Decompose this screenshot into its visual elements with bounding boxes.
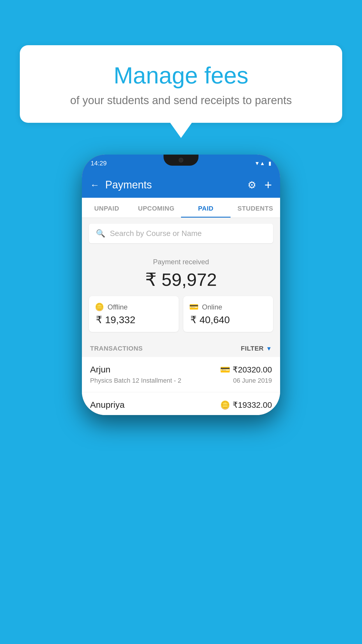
table-row[interactable]: Arjun 💳 ₹20320.00 Physics Batch 12 Insta… [82, 357, 280, 392]
search-container: 🔍 Search by Course or Name [82, 218, 280, 249]
offline-amount: ₹ 19,332 [95, 314, 135, 326]
bubble-title: Manage fees [37, 63, 325, 88]
offline-icon: 🪙 [95, 302, 104, 312]
wifi-icon: ▼▲ [254, 160, 265, 167]
filter-label: FILTER [241, 345, 263, 352]
transaction-row-bottom: Physics Batch 12 Installment - 2 06 June… [90, 377, 272, 384]
tab-paid[interactable]: PAID [181, 198, 231, 218]
transaction-row-top: Arjun 💳 ₹20320.00 [90, 365, 272, 374]
tab-upcoming[interactable]: UPCOMING [131, 198, 181, 218]
transaction-name: Anupriya [90, 400, 124, 410]
online-card: 💳 Online ₹ 40,640 [183, 296, 273, 332]
transactions-label: TRANSACTIONS [90, 345, 143, 352]
status-time: 14:29 [91, 160, 107, 167]
add-button[interactable]: + [264, 178, 272, 192]
transaction-course: Physics Batch 12 Installment - 2 [90, 377, 181, 384]
transaction-date: 06 June 2019 [233, 377, 272, 384]
search-input[interactable]: Search by Course or Name [110, 229, 202, 238]
bubble-subtitle: of your students and send receipts to pa… [37, 94, 325, 107]
camera [179, 158, 183, 162]
status-icons: ▼▲ ▮ [254, 160, 271, 167]
phone-wrapper: 14:29 ▼▲ ▮ ← Payments ⚙ + UNPAID UPCOMIN… [82, 155, 280, 415]
filter-button[interactable]: FILTER ▼ [241, 345, 272, 352]
status-bar: 14:29 ▼▲ ▮ [82, 155, 280, 172]
payment-total: ₹ 59,972 [89, 269, 273, 290]
tabs-bar: UNPAID UPCOMING PAID STUDENTS [82, 198, 280, 218]
page-title: Payments [105, 179, 242, 191]
transaction-row-top: Anupriya 🪙 ₹19332.00 [90, 400, 272, 410]
tab-students[interactable]: STUDENTS [231, 198, 280, 218]
offline-card-header: 🪙 Offline [95, 302, 128, 312]
search-box[interactable]: 🔍 Search by Course or Name [89, 224, 273, 243]
settings-button[interactable]: ⚙ [247, 179, 256, 191]
payment-received-label: Payment received [89, 258, 273, 266]
battery-icon: ▮ [268, 160, 271, 167]
transaction-name: Arjun [90, 365, 110, 374]
offline-card: 🪙 Offline ₹ 19,332 [89, 296, 179, 332]
back-button[interactable]: ← [90, 180, 99, 190]
payment-type-icon: 🪙 [220, 400, 230, 410]
speech-bubble: Manage fees of your students and send re… [20, 45, 342, 123]
filter-icon: ▼ [266, 345, 272, 352]
online-icon: 💳 [189, 302, 198, 312]
phone-screen: 14:29 ▼▲ ▮ ← Payments ⚙ + UNPAID UPCOMIN… [82, 155, 280, 415]
transactions-header: TRANSACTIONS FILTER ▼ [82, 338, 280, 357]
payment-cards: 🪙 Offline ₹ 19,332 💳 Online ₹ 40,640 [89, 296, 273, 332]
payment-type-icon: 💳 [220, 365, 230, 374]
transaction-amount: 💳 ₹20320.00 [220, 365, 272, 374]
phone-notch [164, 155, 198, 166]
online-label: Online [202, 303, 222, 311]
table-row[interactable]: Anupriya 🪙 ₹19332.00 [82, 392, 280, 415]
tab-unpaid[interactable]: UNPAID [82, 198, 131, 218]
app-header: ← Payments ⚙ + [82, 172, 280, 198]
search-icon: 🔍 [96, 229, 105, 238]
transaction-amount: 🪙 ₹19332.00 [220, 400, 272, 410]
payment-summary: Payment received ₹ 59,972 🪙 Offline ₹ 19… [82, 249, 280, 338]
offline-label: Offline [108, 303, 128, 311]
online-card-header: 💳 Online [189, 302, 222, 312]
online-amount: ₹ 40,640 [189, 314, 230, 326]
phone-frame: 14:29 ▼▲ ▮ ← Payments ⚙ + UNPAID UPCOMIN… [82, 155, 280, 415]
